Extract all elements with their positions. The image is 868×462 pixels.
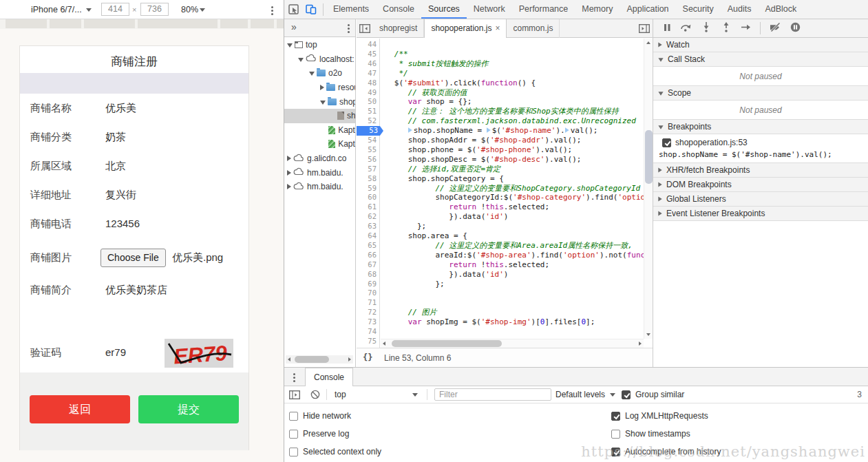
log-level-select[interactable]: Default levels [555, 390, 605, 399]
more-tabs-icon[interactable]: » [291, 21, 297, 32]
field-value[interactable]: 123456 [105, 218, 140, 229]
pause-script-icon[interactable] [663, 23, 671, 34]
field-value[interactable]: 奶茶 [105, 131, 126, 144]
tree-item-hmbaidu[interactable]: hm.baidu. [284, 165, 355, 180]
line-number-48[interactable]: 48 [357, 78, 377, 88]
navigator-menu-icon[interactable] [348, 24, 350, 26]
close-tab-icon[interactable]: × [495, 23, 500, 33]
step-icon[interactable] [741, 23, 751, 34]
line-number-52[interactable]: 52 [357, 116, 377, 126]
line-number-69[interactable]: 69 [357, 280, 377, 289]
tab-elements[interactable]: Elements [326, 0, 376, 19]
checkbox[interactable] [611, 412, 620, 421]
section-header[interactable]: Call Stack [653, 52, 868, 66]
breakpoint-entry[interactable]: shopoperation.js:53shop.shopName = $('#s… [653, 134, 868, 162]
tab-application[interactable]: Application [620, 0, 675, 19]
line-number-59[interactable]: 59 [357, 184, 377, 193]
checkbox[interactable] [289, 412, 298, 421]
clear-console-icon[interactable] [310, 390, 320, 401]
tab-security[interactable]: Security [676, 0, 721, 19]
more-options-icon[interactable] [271, 6, 273, 8]
toggle-debugger-sidebar-icon[interactable] [636, 24, 653, 33]
checkbox[interactable] [289, 430, 298, 439]
inline-breakpoint-marker[interactable] [565, 127, 569, 133]
tab-console[interactable]: Console [305, 368, 353, 386]
section-header[interactable]: Global Listeners [653, 192, 868, 206]
tab-performance[interactable]: Performance [512, 0, 575, 19]
tree-item-galicdnco[interactable]: g.alicdn.co [284, 151, 355, 166]
device-select[interactable]: iPhone 6/7/... [31, 5, 82, 14]
editor-tab-shopoperationjs[interactable]: shopoperation.js× [424, 19, 507, 38]
tab-console[interactable]: Console [376, 0, 421, 19]
line-number-72[interactable]: 72 [357, 308, 377, 317]
device-height-input[interactable]: 736 [140, 3, 169, 16]
console-filter-input[interactable]: Filter [434, 388, 551, 401]
step-into-icon[interactable] [701, 22, 712, 34]
tree-item-shopa[interactable]: shopa [284, 94, 355, 109]
navigator-hscrollbar[interactable] [286, 355, 353, 364]
line-number-74[interactable]: 74 [357, 327, 377, 337]
editor-vscrollbar[interactable] [644, 39, 653, 339]
line-number-49[interactable]: 49 [357, 88, 377, 98]
line-number-55[interactable]: 55 [357, 145, 377, 155]
section-header[interactable]: DOM Breakpoints [653, 178, 868, 191]
pretty-print-icon[interactable]: {} [363, 353, 372, 362]
tab-audits[interactable]: Audits [721, 0, 759, 19]
line-number-71[interactable]: 71 [357, 298, 377, 308]
tree-item-localhost[interactable]: localhost: [284, 52, 355, 67]
line-number-67[interactable]: 67 [357, 260, 377, 270]
section-header[interactable]: Scope [653, 86, 868, 100]
tab-network[interactable]: Network [467, 0, 512, 19]
choose-file-button[interactable]: Choose File [100, 249, 166, 267]
line-number-57[interactable]: 57 [357, 165, 377, 174]
line-number-62[interactable]: 62 [357, 212, 377, 222]
line-number-65[interactable]: 65 [357, 241, 377, 251]
tree-item-resou[interactable]: resou [284, 81, 355, 95]
section-header[interactable]: Event Listener Breakpoints [653, 207, 868, 220]
tab-memory[interactable]: Memory [575, 0, 620, 19]
group-similar-checkbox[interactable] [622, 390, 631, 399]
field-value[interactable]: 北京 [105, 160, 126, 173]
tab-sources[interactable]: Sources [421, 0, 467, 19]
field-value[interactable]: 优乐美奶茶店 [105, 284, 167, 297]
tree-item-hmbaidu[interactable]: hm.baidu. [284, 180, 355, 194]
section-header[interactable]: Watch [653, 38, 868, 52]
line-number-51[interactable]: 51 [357, 107, 377, 116]
section-header[interactable]: XHR/fetch Breakpoints [653, 163, 868, 177]
toggle-device-toolbar-icon[interactable] [302, 1, 320, 19]
line-number-66[interactable]: 66 [357, 251, 377, 260]
captcha-image[interactable]: ER79 [165, 339, 233, 368]
editor-tab-commonjs[interactable]: common.js [507, 19, 560, 38]
toggle-navigator-icon[interactable] [357, 24, 373, 33]
field-value[interactable]: er79 [105, 346, 126, 358]
code-editor[interactable]: 4445464748495051525354555657585960616263… [357, 39, 653, 348]
line-number-54[interactable]: 54 [357, 136, 377, 145]
pause-on-exceptions-icon[interactable] [790, 22, 801, 34]
tree-item-o2o[interactable]: o2o [284, 66, 355, 81]
tab-adblock[interactable]: AdBlock [758, 0, 803, 19]
console-sidebar-icon[interactable] [289, 390, 300, 401]
line-number-73[interactable]: 73 [357, 317, 377, 327]
checkbox[interactable] [611, 430, 620, 439]
line-number-75[interactable]: 75 [357, 337, 377, 346]
tree-item-sho[interactable]: sho [284, 109, 355, 123]
line-number-46[interactable]: 46 [357, 59, 377, 69]
line-number-68[interactable]: 68 [357, 270, 377, 280]
checkbox[interactable] [289, 448, 298, 456]
line-number-70[interactable]: 70 [357, 288, 377, 298]
tree-item-top[interactable]: top [284, 38, 355, 52]
device-width-input[interactable]: 414 [101, 3, 129, 16]
line-number-53[interactable]: 53 [357, 126, 383, 136]
editor-hscrollbar[interactable] [381, 339, 644, 348]
line-number-47[interactable]: 47 [357, 69, 377, 78]
field-value[interactable]: 优乐美 [105, 102, 136, 115]
line-number-45[interactable]: 45 [357, 50, 377, 59]
line-number-63[interactable]: 63 [357, 222, 377, 231]
console-context-select[interactable]: top [335, 390, 346, 399]
drawer-menu-icon[interactable] [293, 373, 295, 375]
step-over-icon[interactable] [680, 23, 692, 34]
inline-breakpoint-marker[interactable] [487, 127, 491, 133]
inspect-element-icon[interactable] [284, 1, 302, 19]
section-header[interactable]: Breakpoints [653, 120, 868, 134]
line-number-60[interactable]: 60 [357, 193, 377, 202]
